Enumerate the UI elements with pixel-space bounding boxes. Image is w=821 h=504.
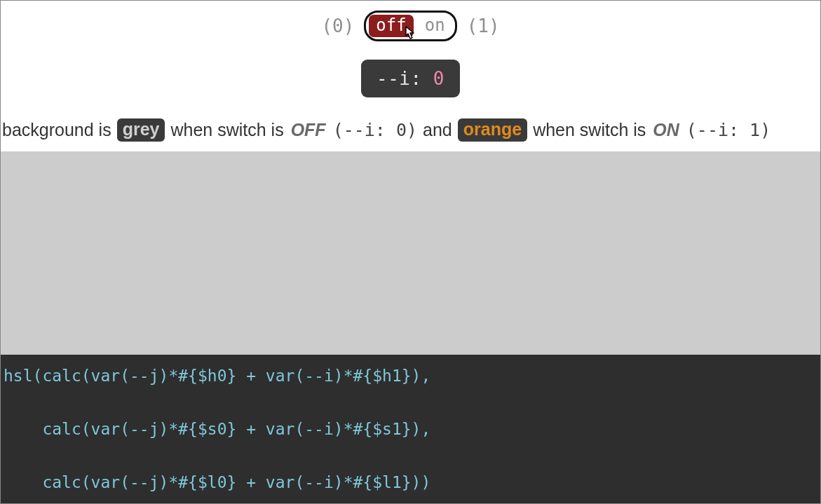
demo-frame: (0) off on (1) --i: 0 background is grey… bbox=[0, 0, 821, 504]
color-pill-grey: grey bbox=[117, 118, 165, 142]
sentence-text: when switch is bbox=[170, 120, 283, 140]
css-var-badge: --i: 0 bbox=[361, 60, 460, 97]
state-word-off: OFF bbox=[291, 120, 326, 140]
sentence-text: when switch is bbox=[533, 120, 646, 140]
code-line: hsl(calc(var(--j)*#{$h0} + var(--i)*#{$h… bbox=[4, 367, 430, 385]
css-var-value: 0 bbox=[433, 68, 445, 89]
controls-area: (0) off on (1) --i: 0 background is grey… bbox=[1, 1, 820, 151]
explanation-sentence: background is grey when switch is OFF (-… bbox=[1, 118, 820, 151]
color-swatch bbox=[1, 151, 820, 355]
switch-value-hint-off: (0) bbox=[321, 15, 354, 36]
color-pill-orange: orange bbox=[458, 118, 527, 142]
sentence-text: and bbox=[423, 120, 452, 140]
var-paren-on: (--i: 1) bbox=[686, 120, 771, 140]
toggle-switch[interactable]: off on bbox=[364, 11, 456, 41]
switch-row: (0) off on (1) bbox=[1, 11, 820, 41]
css-var-name: --i: bbox=[376, 68, 422, 89]
toggle-option-off[interactable]: off bbox=[369, 15, 413, 37]
toggle-option-on[interactable]: on bbox=[418, 15, 452, 37]
switch-value-hint-on: (1) bbox=[467, 15, 500, 36]
sentence-text: background is bbox=[2, 120, 111, 140]
code-line: calc(var(--j)*#{$s0} + var(--i)*#{$s1}), bbox=[4, 420, 430, 438]
code-block: hsl(calc(var(--j)*#{$h0} + var(--i)*#{$h… bbox=[1, 355, 820, 503]
var-paren-off: (--i: 0) bbox=[333, 120, 417, 140]
code-line: calc(var(--j)*#{$l0} + var(--i)*#{$l1})) bbox=[4, 473, 430, 491]
state-word-on: ON bbox=[653, 120, 679, 140]
